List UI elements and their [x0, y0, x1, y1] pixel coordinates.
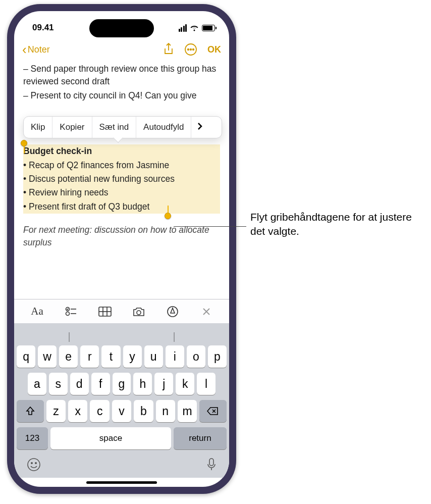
close-toolbar-button[interactable] — [199, 307, 214, 316]
nav-bar: ‹ Noter OK — [14, 38, 229, 61]
key-f[interactable]: f — [91, 373, 110, 395]
share-icon — [163, 43, 174, 56]
key-e[interactable]: e — [59, 345, 78, 368]
svg-point-3 — [193, 49, 194, 51]
key-b[interactable]: b — [134, 400, 153, 422]
key-l[interactable]: l — [197, 373, 216, 395]
edit-context-menu: Klip Kopier Sæt ind Autoudfyld — [23, 116, 222, 138]
format-toolbar: Aa — [14, 299, 229, 323]
share-button[interactable] — [163, 43, 174, 56]
mic-icon — [206, 458, 217, 472]
key-z[interactable]: z — [46, 400, 66, 422]
selection-bullet[interactable]: Recap of Q2 finances from Jasmine — [23, 159, 220, 172]
back-button[interactable]: ‹ Noter — [22, 43, 50, 56]
keyboard-bottom-row — [17, 455, 227, 475]
key-c[interactable]: c — [90, 400, 109, 422]
status-time: 09.41 — [32, 23, 54, 33]
keyboard-row-2: a s d f g h j k l — [17, 373, 227, 395]
key-t[interactable]: t — [101, 345, 120, 368]
keyboard-row-4: 123 space return — [17, 427, 227, 449]
key-o[interactable]: o — [187, 345, 205, 368]
iphone-frame: 09.41 ‹ Noter OK – Se — [7, 4, 236, 494]
key-q[interactable]: q — [17, 345, 35, 368]
done-button[interactable]: OK — [207, 44, 221, 55]
screen: 09.41 ‹ Noter OK – Se — [14, 11, 229, 487]
svg-point-2 — [190, 49, 192, 51]
callout-text: Flyt gribehåndtagene for at justere det … — [250, 210, 425, 239]
key-n[interactable]: n — [156, 400, 175, 422]
selection-bullet[interactable]: Review hiring needs — [23, 186, 220, 199]
note-italic-line[interactable]: For next meeting: discussion on how to a… — [23, 224, 220, 249]
shift-icon — [25, 406, 35, 416]
chevron-left-icon: ‹ — [22, 43, 27, 56]
menu-cut[interactable]: Klip — [24, 117, 52, 138]
svg-point-14 — [28, 459, 40, 471]
menu-paste[interactable]: Sæt ind — [92, 117, 137, 138]
svg-point-1 — [188, 49, 189, 51]
text-selection[interactable]: Budget check-in Recap of Q2 finances fro… — [23, 144, 220, 214]
suggestion-bar: || — [17, 328, 227, 345]
table-button[interactable] — [97, 307, 113, 317]
svg-point-12 — [137, 311, 141, 315]
key-j[interactable]: j — [154, 373, 173, 395]
more-button[interactable] — [184, 43, 197, 56]
selection-bullet[interactable]: Present first draft of Q3 budget — [23, 200, 220, 214]
key-u[interactable]: u — [144, 345, 163, 368]
note-line[interactable]: – Present to city council in Q4! Can you… — [23, 89, 220, 102]
cellular-icon — [179, 24, 187, 32]
keyboard-row-1: q w e r t y u i o p — [17, 345, 227, 368]
svg-point-15 — [31, 463, 32, 464]
selection-handle-end[interactable] — [165, 213, 171, 219]
checklist-icon — [65, 307, 77, 317]
key-r[interactable]: r — [80, 345, 99, 368]
camera-button[interactable] — [131, 307, 146, 317]
ellipsis-circle-icon — [184, 43, 197, 56]
key-m[interactable]: m — [178, 400, 197, 422]
key-shift[interactable] — [17, 400, 44, 422]
chevron-right-icon — [197, 122, 202, 130]
note-line[interactable]: – Send paper through review once this gr… — [23, 63, 220, 88]
key-backspace[interactable] — [199, 400, 227, 422]
menu-more-arrow[interactable] — [191, 121, 208, 134]
back-label: Noter — [28, 44, 50, 55]
battery-icon — [202, 25, 215, 31]
key-y[interactable]: y — [123, 345, 142, 368]
keyboard: || q w e r t y u i o p a s d f g h j — [14, 323, 229, 478]
home-indicator[interactable] — [14, 478, 229, 487]
selection-heading[interactable]: Budget check-in — [23, 144, 220, 158]
key-return[interactable]: return — [174, 427, 227, 449]
menu-autofill[interactable]: Autoudfyld — [136, 117, 191, 138]
key-d[interactable]: d — [70, 373, 89, 395]
svg-point-16 — [35, 463, 36, 464]
text-format-button[interactable]: Aa — [30, 305, 45, 318]
emoji-icon — [27, 458, 41, 472]
note-content[interactable]: – Send paper through review once this gr… — [14, 61, 229, 299]
key-h[interactable]: h — [133, 373, 152, 395]
key-v[interactable]: v — [112, 400, 131, 422]
pen-icon — [167, 306, 178, 317]
key-g[interactable]: g — [113, 373, 131, 395]
wifi-icon — [190, 25, 199, 31]
key-s[interactable]: s — [49, 373, 68, 395]
menu-copy[interactable]: Kopier — [52, 117, 92, 138]
backspace-icon — [207, 407, 219, 416]
dictation-button[interactable] — [206, 458, 217, 474]
camera-icon — [132, 307, 145, 317]
callout-leader-line — [174, 226, 246, 227]
key-p[interactable]: p — [208, 345, 227, 368]
svg-rect-17 — [209, 459, 213, 466]
selection-bullet[interactable]: Discus potential new funding sources — [23, 172, 220, 186]
key-w[interactable]: w — [38, 345, 57, 368]
key-a[interactable]: a — [28, 373, 46, 395]
key-k[interactable]: k — [176, 373, 194, 395]
keyboard-row-3: z x c v b n m — [17, 400, 227, 422]
key-x[interactable]: x — [68, 400, 87, 422]
key-numbers[interactable]: 123 — [17, 427, 48, 449]
dynamic-island — [89, 19, 154, 37]
key-space[interactable]: space — [50, 427, 171, 449]
status-indicators — [179, 24, 216, 32]
emoji-button[interactable] — [27, 458, 41, 474]
markup-button[interactable] — [165, 306, 180, 317]
key-i[interactable]: i — [166, 345, 184, 368]
checklist-button[interactable] — [64, 307, 79, 317]
